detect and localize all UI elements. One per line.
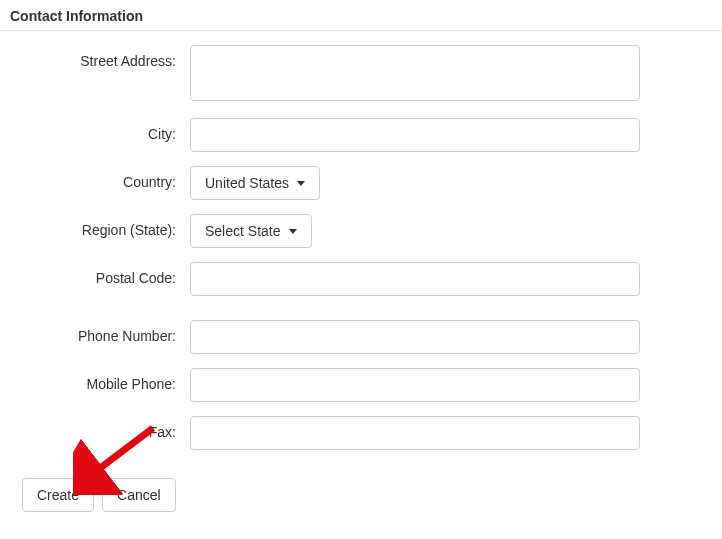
section-title: Contact Information — [10, 8, 143, 24]
row-mobile-phone: Mobile Phone: — [0, 368, 722, 402]
city-input[interactable] — [190, 118, 640, 152]
row-street-address: Street Address: — [0, 45, 722, 104]
label-postal-code: Postal Code: — [0, 262, 190, 286]
caret-down-icon — [289, 229, 297, 234]
mobile-phone-input[interactable] — [190, 368, 640, 402]
region-selected-text: Select State — [205, 223, 281, 239]
row-region: Region (State): Select State — [0, 214, 722, 248]
caret-down-icon — [297, 181, 305, 186]
country-selected-text: United States — [205, 175, 289, 191]
row-fax: Fax: — [0, 416, 722, 450]
phone-number-input[interactable] — [190, 320, 640, 354]
row-phone-number: Phone Number: — [0, 320, 722, 354]
cancel-button-label: Cancel — [117, 487, 161, 503]
label-phone-number: Phone Number: — [0, 320, 190, 344]
label-street-address: Street Address: — [0, 45, 190, 69]
fax-input[interactable] — [190, 416, 640, 450]
cancel-button[interactable]: Cancel — [102, 478, 176, 512]
create-button[interactable]: Create — [22, 478, 94, 512]
create-button-label: Create — [37, 487, 79, 503]
region-select[interactable]: Select State — [190, 214, 312, 248]
label-fax: Fax: — [0, 416, 190, 440]
label-mobile-phone: Mobile Phone: — [0, 368, 190, 392]
button-row: Create Cancel — [0, 478, 722, 512]
label-region: Region (State): — [0, 214, 190, 238]
street-address-input[interactable] — [190, 45, 640, 101]
row-city: City: — [0, 118, 722, 152]
row-country: Country: United States — [0, 166, 722, 200]
label-city: City: — [0, 118, 190, 142]
section-header: Contact Information — [0, 0, 722, 31]
row-postal-code: Postal Code: — [0, 262, 722, 296]
postal-code-input[interactable] — [190, 262, 640, 296]
country-select[interactable]: United States — [190, 166, 320, 200]
label-country: Country: — [0, 166, 190, 190]
